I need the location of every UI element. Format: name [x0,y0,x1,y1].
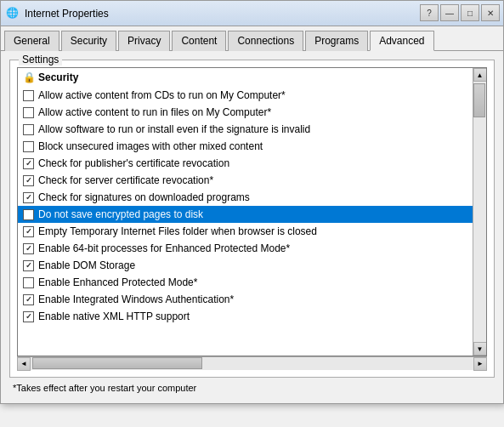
item-text: Do not save encrypted pages to disk [38,208,203,220]
tab-programs[interactable]: Programs [305,31,368,51]
tab-content-area: Settings 🔒 Security Allow active content… [1,51,503,403]
list-item[interactable]: Enable Integrated Windows Authentication… [18,291,473,308]
item-text: Enable DOM Storage [38,259,135,271]
checkbox[interactable] [23,277,34,288]
close-button[interactable]: ✕ [481,4,500,21]
checkbox[interactable] [23,260,34,271]
internet-properties-window: 🌐 Internet Properties ? — □ ✕ General Se… [0,0,504,404]
tab-security[interactable]: Security [61,31,116,51]
h-scroll-thumb[interactable] [32,357,202,369]
tab-advanced[interactable]: Advanced [370,31,433,51]
tab-privacy[interactable]: Privacy [118,31,170,51]
list-item[interactable]: Enable Enhanced Protected Mode* [18,274,473,291]
settings-list-container: 🔒 Security Allow active content from CDs… [17,67,487,356]
list-item[interactable]: Allow software to run or install even if… [18,121,473,138]
checkbox[interactable] [23,311,34,322]
item-text: Check for server certificate revocation* [38,174,213,186]
checkbox[interactable] [23,294,34,305]
list-item[interactable]: Check for publisher's certificate revoca… [18,155,473,172]
scroll-up-button[interactable]: ▲ [473,68,487,82]
checkbox[interactable] [23,107,34,118]
footer-text: *Takes effect after you restart your com… [9,378,495,395]
checkbox[interactable] [23,141,34,152]
settings-list[interactable]: 🔒 Security Allow active content from CDs… [18,68,473,356]
item-text: Allow active content from CDs to run on … [38,89,286,101]
item-text: Enable native XML HTTP support [38,310,190,322]
list-item[interactable]: Do not save encrypted pages to disk [18,206,473,223]
item-text: Check for publisher's certificate revoca… [38,157,229,169]
item-text: Allow software to run or install even if… [38,123,310,135]
list-item[interactable]: Allow active content to run in files on … [18,104,473,121]
security-section-header: 🔒 Security [18,68,473,87]
settings-group: Settings 🔒 Security Allow active content… [9,60,495,378]
window-icon: 🌐 [6,7,20,20]
item-text: Enable 64-bit processes for Enhanced Pro… [38,242,290,254]
settings-label: Settings [19,54,62,65]
list-item[interactable]: Enable 64-bit processes for Enhanced Pro… [18,240,473,257]
item-text: Allow active content to run in files on … [38,106,271,118]
help-button[interactable]: ? [420,4,439,21]
items-container: Allow active content from CDs to run on … [18,87,473,325]
security-section-label: Security [38,71,78,83]
checkbox[interactable] [23,124,34,135]
item-text: Check for signatures on downloaded progr… [38,191,250,203]
scroll-left-button[interactable]: ◄ [17,357,31,371]
lock-icon: 🔒 [23,71,35,83]
tab-content[interactable]: Content [172,31,226,51]
scroll-right-button[interactable]: ► [473,357,487,371]
checkbox[interactable] [23,90,34,101]
checkbox[interactable] [23,226,34,237]
item-text: Block unsecured images with other mixed … [38,140,263,152]
list-item[interactable]: Allow active content from CDs to run on … [18,87,473,104]
scroll-thumb[interactable] [473,83,485,117]
list-item[interactable]: Enable native XML HTTP support [18,308,473,325]
list-item[interactable]: Empty Temporary Internet Files folder wh… [18,223,473,240]
vertical-scrollbar[interactable]: ▲ ▼ [473,68,486,356]
maximize-button[interactable]: □ [461,4,479,21]
tab-general[interactable]: General [4,31,59,51]
item-text: Empty Temporary Internet Files folder wh… [38,225,317,237]
checkbox[interactable] [23,158,34,169]
title-bar: 🌐 Internet Properties ? — □ ✕ [1,1,503,26]
list-item[interactable]: Check for signatures on downloaded progr… [18,189,473,206]
horizontal-scrollbar[interactable]: ◄ ► [17,356,487,370]
h-scroll-track[interactable] [31,357,473,370]
tab-connections[interactable]: Connections [228,31,303,51]
checkbox[interactable] [23,192,34,203]
item-text: Enable Integrated Windows Authentication… [38,293,234,305]
checkbox[interactable] [23,243,34,254]
minimize-button[interactable]: — [440,4,459,21]
tab-bar: General Security Privacy Content Connect… [1,26,503,51]
checkbox[interactable] [23,209,34,220]
item-text: Enable Enhanced Protected Mode* [38,276,197,288]
list-item[interactable]: Check for server certificate revocation* [18,172,473,189]
list-item[interactable]: Enable DOM Storage [18,257,473,274]
scroll-down-button[interactable]: ▼ [473,342,487,356]
checkbox[interactable] [23,175,34,186]
title-bar-buttons: ? — □ ✕ [420,4,500,21]
scroll-track[interactable] [473,82,486,342]
list-item[interactable]: Block unsecured images with other mixed … [18,138,473,155]
